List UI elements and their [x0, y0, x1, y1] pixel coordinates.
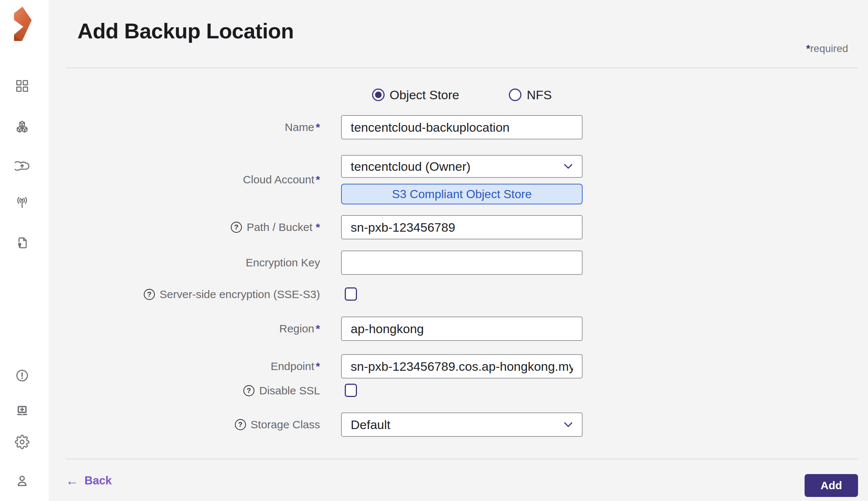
sse-label: ? Server-side encryption (SSE-S3)	[144, 287, 320, 301]
help-icon[interactable]: ?	[144, 289, 155, 300]
encryption-key-input[interactable]	[341, 251, 583, 275]
sse-row: ? Server-side encryption (SSE-S3)	[49, 287, 583, 301]
chevron-down-icon	[561, 418, 575, 432]
radio-nfs-circle	[509, 89, 521, 101]
disable-ssl-label: ? Disable SSL	[243, 384, 320, 398]
cloud-account-label: Cloud Account*	[243, 155, 320, 204]
encryption-key-row: Encryption Key	[49, 251, 583, 275]
required-asterisk: *	[806, 43, 810, 54]
radio-nfs[interactable]: NFS	[509, 88, 552, 102]
add-button[interactable]: Add	[805, 474, 858, 497]
required-hint: *required	[806, 43, 848, 55]
disable-ssl-row: ? Disable SSL	[49, 384, 583, 398]
radio-nfs-label: NFS	[527, 88, 552, 102]
path-bucket-label: ? Path / Bucket *	[231, 215, 320, 239]
header-divider	[66, 68, 858, 68]
dashboard-icon[interactable]	[15, 79, 29, 93]
clusters-icon[interactable]	[15, 120, 29, 135]
profile-icon[interactable]	[15, 473, 29, 488]
backup-upload-icon[interactable]	[15, 158, 29, 172]
region-row: Region*	[49, 317, 583, 341]
settings-icon[interactable]	[15, 435, 29, 449]
certificate-icon[interactable]	[15, 235, 29, 250]
radio-object-store[interactable]: Object Store	[372, 88, 459, 102]
help-icon[interactable]: ?	[235, 419, 246, 430]
location-type-radio-group: Object Store NFS	[341, 82, 583, 108]
name-label: Name*	[285, 115, 320, 139]
disable-ssl-checkbox[interactable]	[345, 384, 357, 397]
path-bucket-input[interactable]	[341, 215, 583, 239]
endpoint-label: Endpoint*	[271, 354, 320, 379]
cloud-account-select[interactable]: tencentcloud (Owner)	[341, 155, 583, 178]
cloud-account-value: tencentcloud (Owner)	[351, 159, 471, 174]
alerts-icon[interactable]	[15, 368, 29, 383]
footer-divider	[66, 459, 858, 459]
required-text: required	[810, 43, 848, 54]
storage-class-value: Default	[351, 418, 390, 432]
endpoint-input[interactable]	[341, 354, 583, 379]
radio-object-store-circle	[372, 89, 385, 101]
chevron-down-icon	[561, 159, 575, 173]
radio-object-store-label: Object Store	[390, 88, 459, 102]
endpoint-row: Endpoint*	[49, 354, 583, 379]
page-title: Add Backup Location	[77, 18, 294, 43]
back-button[interactable]: ← Back	[66, 472, 112, 489]
sidebar	[0, 0, 49, 501]
name-input[interactable]	[341, 115, 583, 139]
storage-class-label: ? Storage Class	[235, 412, 320, 437]
main-content: Add Backup Location *required Object Sto…	[49, 0, 868, 501]
help-icon[interactable]: ?	[243, 385, 254, 396]
path-bucket-row: ? Path / Bucket *	[49, 215, 583, 239]
storage-class-select[interactable]: Default	[341, 412, 583, 437]
monitoring-icon[interactable]	[15, 196, 29, 210]
sse-checkbox[interactable]	[345, 287, 357, 301]
cloud-account-row: Cloud Account* tencentcloud (Owner) S3 C…	[49, 155, 583, 204]
region-label: Region*	[279, 317, 320, 341]
session-icon[interactable]	[15, 404, 29, 418]
percona-everest-logo	[4, 4, 44, 44]
help-icon[interactable]: ?	[231, 222, 242, 233]
encryption-key-label: Encryption Key	[246, 251, 320, 275]
back-arrow-icon: ←	[66, 474, 79, 487]
s3-compliant-chip[interactable]: S3 Compliant Object Store	[341, 184, 583, 204]
back-label: Back	[84, 474, 112, 487]
storage-class-row: ? Storage Class Default	[49, 412, 583, 437]
region-input[interactable]	[341, 317, 583, 341]
name-row: Name*	[49, 115, 583, 139]
